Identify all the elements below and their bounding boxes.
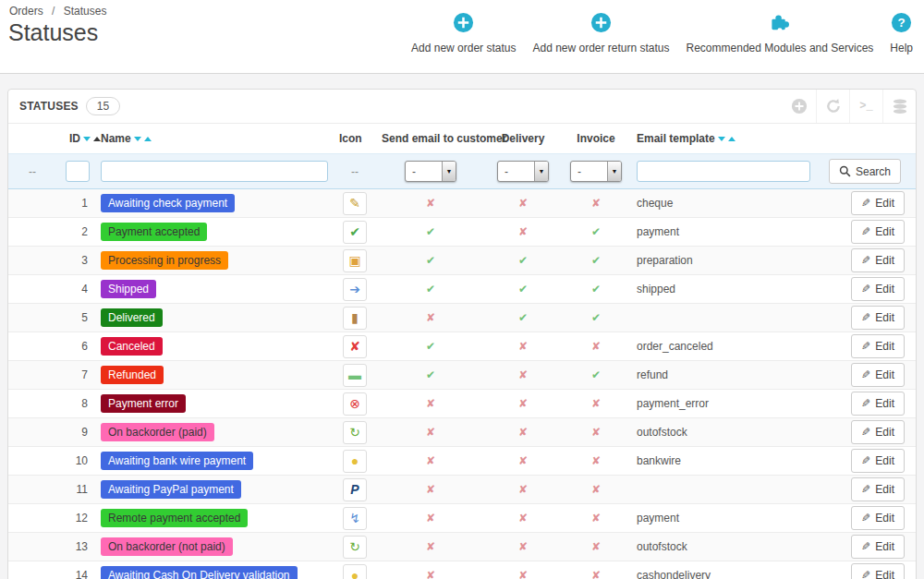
breadcrumb-statuses[interactable]: Statuses	[64, 5, 107, 18]
edit-button[interactable]: Edit	[851, 191, 905, 215]
edit-pencil-icon	[861, 368, 870, 381]
row-select-cell	[8, 275, 56, 304]
sort-name[interactable]	[131, 132, 152, 145]
row-id: 4	[56, 275, 95, 304]
status-table-row: 7 Refunded ▬ ✔ ✘ ✔ refund Edit	[8, 361, 916, 390]
select-value: -	[498, 162, 534, 181]
search-button[interactable]: Search	[829, 159, 901, 184]
edit-button[interactable]: Edit	[851, 277, 905, 301]
help-button[interactable]: ? Help	[890, 12, 913, 54]
table-header-row: ID Name Icon Send email to customer Deli…	[8, 124, 916, 154]
plus-circle-icon	[590, 12, 612, 37]
status-table-row: 14 Awaiting Cash On Delivery validation …	[8, 561, 916, 579]
col-row-select	[8, 124, 56, 154]
edit-button[interactable]: Edit	[851, 220, 905, 244]
edit-pencil-icon	[861, 283, 870, 296]
add-new-order-status-button[interactable]: Add new order status	[411, 12, 516, 54]
edit-button[interactable]: Edit	[851, 392, 905, 416]
status-table-row: 13 On backorder (not paid) ↻ ✘ ✘ ✘ outof…	[8, 533, 916, 561]
mark-send-email: ✔	[426, 340, 435, 353]
terminal-toolbar-button[interactable]	[849, 90, 882, 123]
mark-send-email: ✘	[426, 569, 435, 579]
add-new-order-return-status-button[interactable]: Add new order return status	[532, 12, 669, 54]
email-template-filter-input[interactable]	[637, 161, 810, 182]
col-id-label[interactable]: ID	[69, 132, 80, 145]
dropdown-arrow-icon	[607, 162, 621, 181]
edit-button[interactable]: Edit	[851, 506, 905, 530]
row-select-cell	[8, 304, 56, 332]
edit-button[interactable]: Edit	[851, 477, 905, 501]
mark-delivery: ✔	[518, 283, 528, 296]
status-badge: Payment error	[101, 394, 186, 413]
add-status-toolbar-button[interactable]	[783, 90, 816, 123]
row-id: 7	[56, 361, 95, 390]
edit-button[interactable]: Edit	[851, 535, 905, 559]
mark-invoice: ✘	[591, 397, 601, 410]
action-label: Add new order status	[411, 42, 516, 54]
send-email-filter-select[interactable]: -	[405, 161, 456, 182]
invoice-filter-select[interactable]: -	[570, 161, 622, 182]
status-table-row: 9 On backorder (paid) ↻ ✘ ✘ ✘ outofstock…	[8, 418, 916, 447]
select-value: -	[406, 162, 442, 181]
mark-delivery: ✔	[518, 311, 528, 324]
payment-error-icon: ⊗	[349, 397, 360, 410]
mark-delivery: ✘	[518, 512, 528, 525]
status-badge: Awaiting check payment	[101, 194, 235, 212]
row-id: 10	[56, 447, 95, 476]
icon-filter-placeholder: --	[334, 154, 376, 189]
email-template-cell: preparation	[631, 247, 816, 275]
row-select-cell	[8, 504, 56, 533]
row-icon-box: ▬	[343, 364, 367, 387]
mark-delivery: ✘	[518, 225, 528, 238]
status-table-row: 2 Payment accepted ✔ ✔ ✘ ✔ payment Edit	[8, 218, 916, 247]
edit-button[interactable]: Edit	[851, 420, 905, 444]
col-name-label[interactable]: Name	[101, 132, 131, 145]
id-filter-input[interactable]	[66, 161, 90, 182]
backorder-refresh-icon: ↻	[349, 426, 360, 439]
edit-button[interactable]: Edit	[851, 449, 905, 473]
recommended-modules-button[interactable]: Recommended Modules and Services	[687, 12, 874, 54]
edit-button[interactable]: Edit	[851, 563, 905, 579]
mark-delivery: ✔	[518, 254, 528, 267]
edit-button-label: Edit	[875, 225, 894, 238]
row-id: 3	[56, 247, 95, 275]
edit-button[interactable]: Edit	[851, 306, 905, 330]
status-badge: Refunded	[101, 366, 164, 384]
edit-button[interactable]: Edit	[851, 334, 905, 358]
mark-invoice: ✘	[591, 197, 601, 210]
mark-invoice: ✘	[591, 569, 601, 579]
sort-id[interactable]	[80, 132, 101, 145]
status-rows: 1 Awaiting check payment ✎ ✘ ✘ ✘ cheque …	[8, 189, 916, 579]
edit-pencil-icon	[861, 540, 870, 553]
screen: Orders / Statuses Statuses Add new order…	[0, 0, 924, 579]
coins-icon: ●	[351, 454, 359, 467]
breadcrumb-orders[interactable]: Orders	[9, 5, 43, 18]
mark-delivery: ✘	[518, 569, 528, 579]
mark-send-email: ✘	[426, 197, 435, 210]
edit-button-label: Edit	[875, 254, 894, 267]
col-invoice: Invoice	[561, 124, 631, 154]
status-table-row: 3 Processing in progress ▣ ✔ ✔ ✔ prepara…	[8, 247, 916, 275]
status-badge: Processing in progress	[101, 251, 228, 270]
mark-send-email: ✘	[426, 397, 435, 410]
sql-manager-toolbar-button[interactable]	[882, 90, 916, 123]
row-select-placeholder: --	[8, 154, 56, 189]
row-icon-box: ▣	[343, 249, 367, 272]
delivery-filter-select[interactable]: -	[497, 161, 549, 182]
row-id: 6	[56, 332, 95, 361]
edit-button[interactable]: Edit	[851, 248, 905, 272]
edit-button[interactable]: Edit	[851, 363, 905, 387]
status-table-row: 4 Shipped ➔ ✔ ✔ ✔ shipped Edit	[8, 275, 916, 304]
edit-button-label: Edit	[875, 368, 894, 381]
mark-delivery: ✘	[518, 426, 528, 439]
banknote-icon: ▬	[348, 368, 361, 381]
email-template-cell: shipped	[631, 275, 816, 304]
mark-invoice: ✔	[591, 283, 601, 296]
refresh-toolbar-button[interactable]	[816, 90, 849, 123]
paypal-icon: P	[350, 483, 359, 496]
sort-email-template[interactable]	[715, 132, 736, 145]
status-badge: Awaiting Cash On Delivery validation	[101, 566, 298, 579]
mark-send-email: ✘	[426, 311, 435, 324]
col-email-template-label[interactable]: Email template	[637, 132, 715, 145]
name-filter-input[interactable]	[101, 161, 328, 182]
